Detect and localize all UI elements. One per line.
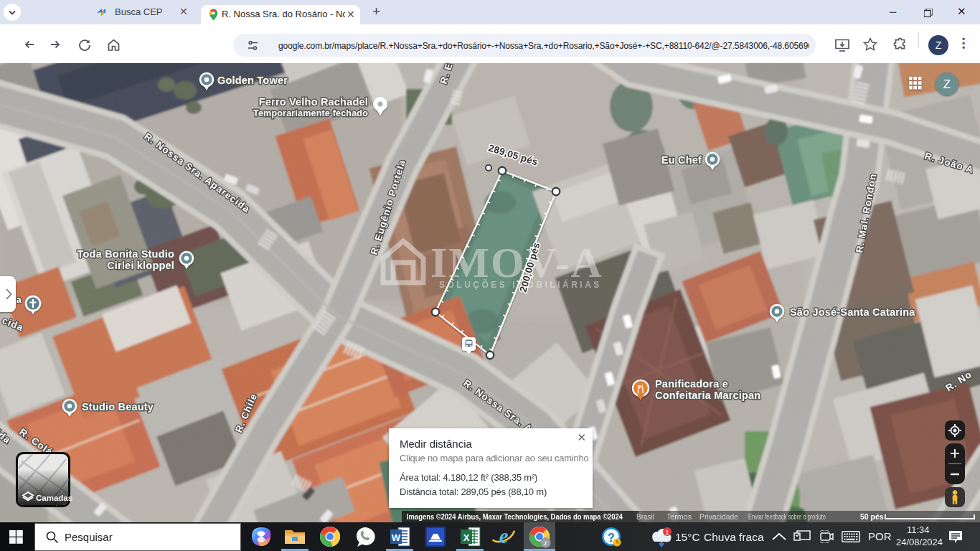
svg-text:Camadas: Camadas	[36, 494, 72, 502]
svg-text:Eu Chef: Eu Chef	[661, 154, 702, 166]
svg-text:X: X	[463, 532, 470, 543]
svg-text:1: 1	[665, 528, 669, 536]
svg-text:Privacidade: Privacidade	[699, 512, 738, 521]
svg-text:Brasil: Brasil	[636, 512, 654, 521]
svg-text:Ferro Velho Rachadel: Ferro Velho Rachadel	[259, 96, 368, 108]
svg-text:z: z	[544, 540, 547, 547]
svg-text:Cirlei kloppel: Cirlei kloppel	[107, 260, 174, 271]
svg-text:Panificadora e: Panificadora e	[655, 378, 728, 390]
svg-text:e: e	[499, 525, 509, 547]
svg-text:W: W	[392, 532, 401, 543]
svg-text:Imagens ©2024 Airbus, Maxar Te: Imagens ©2024 Airbus, Maxar Technologies…	[407, 512, 623, 521]
svg-text:a: a	[17, 294, 22, 305]
svg-text:Temporariamente fechado: Temporariamente fechado	[253, 108, 368, 118]
svg-text:Golden Tower: Golden Tower	[217, 75, 288, 86]
svg-text:Z: Z	[943, 77, 951, 91]
svg-text:50 pés: 50 pés	[860, 512, 884, 521]
svg-text:São José-Santa Catarina: São José-Santa Catarina	[790, 306, 915, 318]
svg-text:Termos: Termos	[666, 512, 692, 521]
svg-text:Studio Beauty: Studio Beauty	[82, 401, 154, 413]
svg-text:Confeitaria Marcipan: Confeitaria Marcipan	[655, 390, 760, 401]
svg-text:Enviar feedback sobre o produt: Enviar feedback sobre o produto	[748, 512, 826, 521]
svg-text:Toda Bonita Studio: Toda Bonita Studio	[77, 248, 174, 260]
